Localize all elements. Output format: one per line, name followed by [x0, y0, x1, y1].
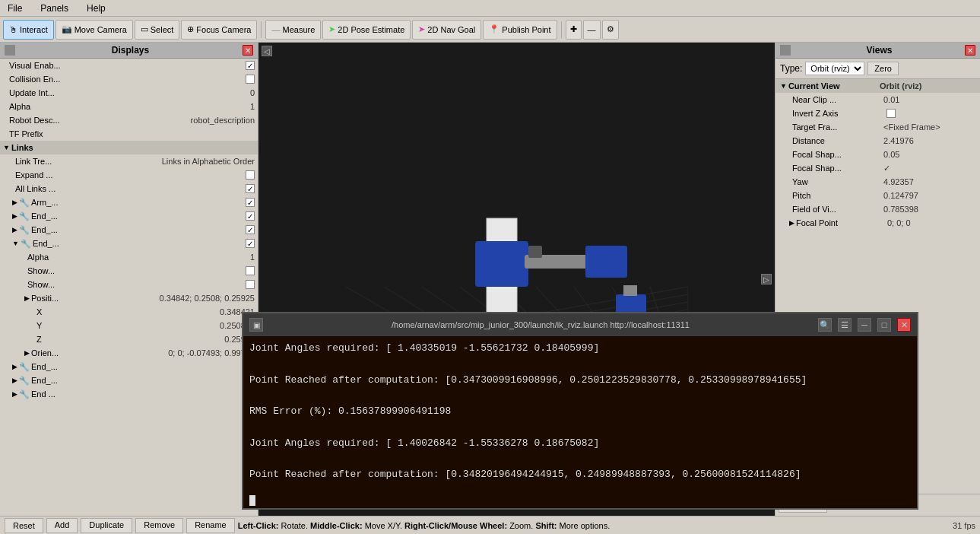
- end2-expand[interactable]: ▶: [12, 226, 17, 234]
- list-item: Expand ...: [0, 168, 258, 182]
- duplicate-button[interactable]: Duplicate: [81, 518, 132, 533]
- end3-expand[interactable]: ▼: [12, 240, 19, 247]
- end5-label: End_...: [31, 376, 243, 385]
- interact-label: Interact: [20, 25, 48, 34]
- focal-point-label: Focal Point: [796, 218, 887, 227]
- terminal-close-button[interactable]: ✕: [897, 318, 911, 332]
- toolbar-separator: [261, 21, 262, 38]
- show1-checkbox[interactable]: [246, 266, 255, 275]
- list-item: Focal Shap... ✓: [775, 161, 980, 175]
- shift-action: More options.: [560, 521, 611, 530]
- visual-enable-checkbox[interactable]: [246, 61, 255, 70]
- plus-button[interactable]: ✚: [566, 20, 582, 40]
- focal-point-expand[interactable]: ▶: [789, 219, 794, 227]
- select-icon: ▭: [141, 24, 148, 34]
- links-expand-arrow[interactable]: ▼: [3, 144, 10, 151]
- minus-button[interactable]: —: [583, 20, 601, 40]
- update-interval-label: Update Int...: [9, 88, 250, 97]
- terminal-line-2: [249, 357, 911, 373]
- target-frame-value: <Fixed Frame>: [883, 122, 975, 132]
- displays-close-button[interactable]: ✕: [243, 45, 253, 56]
- list-item: ▶ Orien... 0; 0; -0.07493; 0.99719: [0, 346, 258, 360]
- expand-label: Expand ...: [15, 170, 243, 180]
- rename-displays-button[interactable]: Rename: [186, 518, 235, 533]
- end3-checkbox[interactable]: [246, 239, 255, 248]
- collision-enable-checkbox[interactable]: [246, 75, 255, 84]
- list-item: ▼ 🔧 End_...: [0, 237, 258, 250]
- visual-enable-label: Visual Enab...: [9, 61, 243, 70]
- end1-expand[interactable]: ▶: [12, 212, 17, 220]
- end1-label: End_...: [31, 211, 243, 221]
- position-expand[interactable]: ▶: [24, 294, 30, 302]
- terminal-search-button[interactable]: 🔍: [818, 318, 832, 332]
- expand-checkbox[interactable]: [246, 170, 255, 180]
- show2-checkbox[interactable]: [246, 280, 255, 289]
- arm-checkbox[interactable]: [246, 198, 255, 207]
- show2-label: Show...: [27, 280, 243, 289]
- move-camera-button[interactable]: 📷 Move Camera: [56, 20, 133, 40]
- terminal-line-8: [249, 452, 911, 468]
- all-links-label: All Links ...: [15, 184, 243, 193]
- current-view-expand[interactable]: ▼: [780, 82, 787, 90]
- camera-icon: 📷: [62, 24, 72, 34]
- terminal-maximize-button[interactable]: □: [877, 318, 891, 332]
- list-item: Robot Desc... robot_description: [0, 113, 258, 127]
- end1-checkbox[interactable]: [246, 211, 255, 221]
- menu-help[interactable]: Help: [82, 2, 110, 15]
- list-item: Distance 2.41976: [775, 134, 980, 148]
- terminal-menu-button[interactable]: ☰: [838, 318, 852, 332]
- displays-panel: Displays ✕ Visual Enab... Collision En..…: [0, 43, 258, 516]
- terminal-input-row: [243, 493, 917, 508]
- expand-viewport-button[interactable]: ◁: [262, 46, 272, 56]
- terminal-icon-button[interactable]: ▣: [249, 318, 263, 332]
- terminal-minimize-button[interactable]: ─: [858, 318, 871, 332]
- pose-estimate-button[interactable]: ➤ 2D Pose Estimate: [322, 20, 411, 40]
- end6-expand[interactable]: ▶: [12, 390, 17, 398]
- middle-click-action: Move X/Y.: [365, 521, 402, 530]
- select-button[interactable]: ▭ Select: [135, 20, 180, 40]
- arm-expand[interactable]: ▶: [12, 199, 17, 206]
- fov-value: 0.785398: [883, 205, 975, 214]
- all-links-checkbox[interactable]: [246, 184, 255, 193]
- svg-rect-17: [475, 241, 528, 287]
- position-value: 0.34842; 0.2508; 0.25925: [160, 294, 255, 303]
- end2-checkbox[interactable]: [246, 225, 255, 234]
- invert-z-checkbox[interactable]: [886, 109, 896, 118]
- displays-scroll[interactable]: Visual Enab... Collision En... Update In…: [0, 59, 258, 516]
- publish-point-button[interactable]: 📍 Publish Point: [483, 20, 557, 40]
- alpha-label: Alpha: [9, 102, 250, 111]
- list-item: ▶ Focal Point 0; 0; 0: [775, 216, 980, 230]
- focus-camera-label: Focus Camera: [196, 25, 251, 34]
- left-click-label: Left-Click:: [238, 521, 279, 530]
- end4-expand[interactable]: ▶: [12, 363, 17, 370]
- link-tree-label: Link Tre...: [15, 157, 162, 166]
- end5-expand[interactable]: ▶: [12, 377, 17, 384]
- end2-link-icon: 🔧: [19, 225, 30, 235]
- reset-button[interactable]: Reset: [5, 518, 43, 533]
- arm-label: Arm_...: [31, 198, 243, 207]
- arrow-green-icon: ➤: [328, 24, 335, 34]
- settings-button[interactable]: ⚙: [602, 20, 619, 40]
- views-type-select[interactable]: Orbit (rviz): [805, 62, 864, 75]
- focal-point-value: 0; 0; 0: [887, 218, 975, 227]
- nav-goal-button[interactable]: ➤ 2D Nav Goal: [412, 20, 481, 40]
- add-button[interactable]: Add: [46, 518, 78, 533]
- end6-link-icon: 🔧: [19, 389, 30, 399]
- list-item: Near Clip ... 0.01: [775, 93, 980, 106]
- remove-button[interactable]: Remove: [135, 518, 183, 533]
- orient-expand[interactable]: ▶: [24, 349, 30, 357]
- focal-shape2-value: ✓: [883, 164, 975, 173]
- interact-button[interactable]: 🖱 Interact: [3, 20, 54, 40]
- displays-panel-header: Displays ✕: [0, 43, 258, 59]
- zero-button[interactable]: Zero: [867, 62, 899, 75]
- menu-panels[interactable]: Panels: [36, 2, 73, 15]
- views-panel-header: Views ✕: [775, 43, 980, 59]
- views-close-button[interactable]: ✕: [965, 45, 975, 56]
- measure-button[interactable]: — Measure: [265, 20, 321, 40]
- end3-alpha-value: 1: [250, 253, 255, 262]
- focus-camera-button[interactable]: ⊕ Focus Camera: [181, 20, 257, 40]
- tf-prefix-label: TF Prefix: [9, 129, 255, 138]
- current-view-header: ▼ Current View Orbit (rviz): [775, 79, 980, 93]
- expand-right-button[interactable]: ▷: [761, 274, 772, 284]
- menu-file[interactable]: File: [3, 2, 27, 15]
